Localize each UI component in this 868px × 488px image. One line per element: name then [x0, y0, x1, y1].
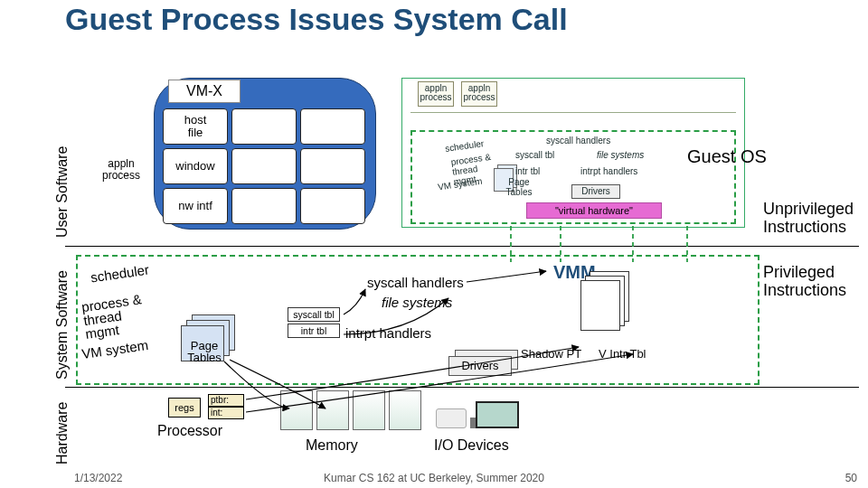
vmx-grid: hostfile window nw intf: [163, 108, 365, 224]
sys-file-systems: file systems: [382, 295, 452, 310]
shadow-pt-label: Shadow PT: [521, 347, 581, 361]
vmx-title: VM-X: [168, 80, 241, 103]
sys-syscall-handlers: syscall handlers: [367, 275, 464, 290]
axis-user: User Software: [54, 80, 71, 238]
io-devices: [436, 398, 535, 434]
guest-appln-2: appln process: [461, 81, 497, 107]
vmx-cell: [300, 108, 365, 145]
sys-intrpt-handlers: intrpt handlers: [345, 325, 431, 341]
axis-hardware: Hardware: [54, 385, 71, 465]
sys-tables: syscall tbl intr tbl: [288, 307, 340, 340]
guest-file-systems: file systems: [597, 150, 644, 160]
anno-unprivileged: Unprivileged Instructions: [763, 201, 868, 237]
io-label: I/O Devices: [434, 437, 509, 454]
vmx-cell: [231, 148, 297, 184]
vmx-cell: [300, 148, 365, 184]
processor-label: Processor: [157, 423, 222, 439]
sys-pt-label: Page Tables: [184, 340, 224, 363]
guest-pt-label: Page Tables: [501, 177, 537, 197]
sys-drivers: Drivers: [448, 356, 512, 376]
guest-os-title: Guest OS: [687, 146, 767, 167]
anno-privileged: Privileged Instructions: [763, 264, 868, 300]
sys-syscall-tbl: syscall tbl: [288, 307, 340, 322]
vmx-cell-nwintf: nw intf: [163, 188, 228, 224]
vmx-cell-window: window: [163, 148, 228, 184]
guest-intr-tbl: intr tbl: [515, 166, 540, 176]
virtual-hardware-label: "virtual hardware": [526, 202, 662, 219]
arrows-overlay: [0, 0, 868, 488]
reg-values: ptbr: int:: [208, 394, 244, 419]
vmx-cell-hostfile: hostfile: [163, 108, 228, 145]
reg-int: int:: [208, 407, 244, 419]
guest-syscall-handlers: syscall handlers: [546, 136, 610, 145]
memory-label: Memory: [306, 437, 358, 454]
guest-intrpt-handlers: intrpt handlers: [580, 166, 637, 176]
vmx-cell: [231, 188, 297, 224]
footer-page: 50: [845, 472, 857, 484]
reg-ptbr: ptbr:: [208, 394, 244, 407]
v-intr-tbl-label: V Intr Tbl: [599, 347, 646, 361]
regs-box: regs: [168, 398, 201, 418]
guest-syscall-tbl: syscall tbl: [515, 150, 554, 160]
footer-center: Kumar CS 162 at UC Berkeley, Summer 2020: [0, 472, 868, 484]
monitor-icon: [476, 401, 519, 428]
appln-process: applnprocess: [95, 158, 147, 182]
vmx-cell: [231, 108, 297, 145]
guest-drivers: Drivers: [571, 184, 620, 199]
mouse-icon: [436, 408, 467, 428]
slide-title: Guest Process Issues System Call: [65, 2, 568, 37]
axis-system: System Software: [54, 258, 71, 380]
sys-intr-tbl: intr tbl: [288, 324, 340, 338]
vmx-cell: [300, 188, 365, 224]
guest-appln-1: appln process: [418, 81, 454, 107]
